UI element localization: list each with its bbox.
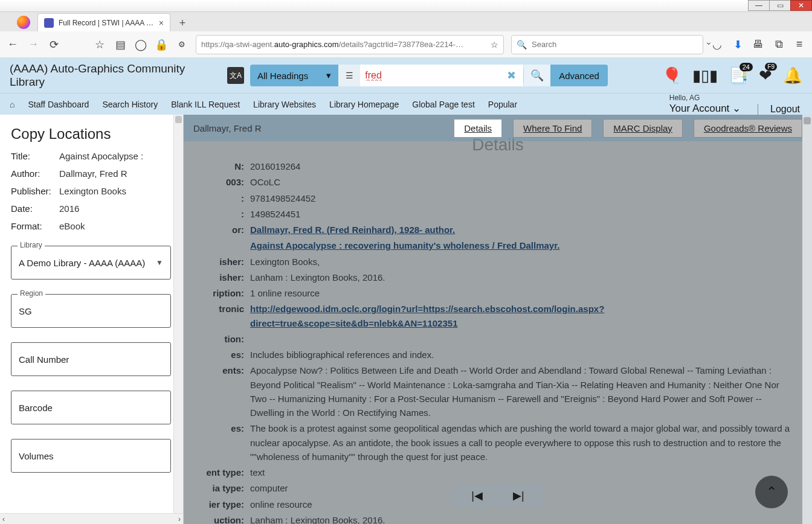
detail-value: text — [250, 465, 798, 479]
tab-details[interactable]: Details — [454, 119, 502, 138]
permissions-icon[interactable]: ⚙ — [175, 38, 188, 51]
browser-search-bar[interactable]: 🔍 — [511, 35, 703, 54]
scroll-to-top-button[interactable]: ⌃ — [755, 476, 788, 508]
window-minimize-button[interactable]: — — [748, 0, 770, 11]
browser-search-input[interactable] — [532, 40, 698, 49]
tab-where-to-find[interactable]: Where To Find — [513, 119, 592, 138]
meta-label: Publisher: — [11, 186, 59, 196]
detail-label: es: — [184, 421, 250, 464]
call-number-field[interactable]: Call Number — [11, 342, 171, 376]
window-close-button[interactable]: ✕ — [790, 0, 812, 11]
catalog-search: All Headings ☰ ✖ 🔍 Advanced — [250, 65, 608, 86]
nav-search-history[interactable]: Search History — [102, 100, 158, 109]
clear-search-button[interactable]: ✖ — [499, 65, 523, 86]
favorites-badge: F9 — [765, 63, 777, 71]
app-menu-button[interactable]: ≡ — [793, 38, 806, 51]
detail-label: ier type: — [184, 497, 250, 511]
favorites-heart-icon[interactable]: ❤F9 — [759, 66, 772, 85]
browser-tab[interactable]: Full Record | STWI | AAAA | Aut… × — [37, 13, 170, 31]
catalog-search-input[interactable] — [360, 65, 499, 86]
detail-value: OCoLC — [250, 175, 798, 189]
home-icon[interactable]: ⌂ — [10, 100, 14, 109]
meta-value: Lexington Books — [59, 186, 126, 196]
detail-value: 1498524451 — [250, 207, 798, 221]
pager-first-button[interactable]: |◀ — [471, 489, 483, 502]
downloads-icon[interactable]: ⬇ — [731, 38, 744, 51]
url-bar[interactable]: https://qa-stwi-agent.auto-graphics.com/… — [196, 35, 504, 54]
nav-blank-ill-request[interactable]: Blank ILL Request — [171, 100, 240, 109]
detail-row: Against Apocalypse : recovering humanity… — [184, 238, 798, 252]
nav-forward-button[interactable]: → — [27, 38, 40, 51]
region-field[interactable]: Region SG — [11, 294, 171, 328]
database-icon[interactable]: ☰ — [338, 65, 360, 86]
left-horizontal-scrollbar[interactable]: ‹› — [0, 513, 183, 524]
tab-goodreads-reviews[interactable]: Goodreads® Reviews — [694, 119, 802, 138]
detail-link[interactable]: Dallmayr, Fred R. (Fred Reinhard), 1928-… — [250, 225, 455, 235]
detail-row: :9781498524452 — [184, 191, 798, 205]
detail-row: tion: — [184, 332, 798, 346]
detail-value: Lexington Books, — [250, 255, 798, 269]
detail-value: The book is a protest against some geopo… — [250, 421, 798, 464]
notifications-bell-icon[interactable]: 🔔 — [783, 66, 802, 85]
nav-global-page-test[interactable]: Global Page test — [412, 100, 475, 109]
detail-row: es:Includes bibliographical references a… — [184, 348, 798, 362]
account-menu[interactable]: Hello, AG Your Account ⌄ — [669, 94, 741, 115]
window-maximize-button[interactable]: ▭ — [769, 0, 791, 11]
print-icon[interactable]: 🖶 — [752, 38, 765, 51]
advanced-search-button[interactable]: Advanced — [550, 65, 608, 86]
url-text: https://qa-stwi-agent.auto-graphics.com/… — [201, 40, 463, 49]
search-icon: 🔍 — [517, 40, 527, 50]
nav-staff-dashboard[interactable]: Staff Dashboard — [28, 100, 89, 109]
meta-label: Format: — [11, 221, 59, 231]
volumes-field[interactable]: Volumes — [11, 439, 171, 473]
barcode-field[interactable]: Barcode — [11, 391, 171, 424]
detail-link[interactable]: http://edgewood.idm.oclc.org/login?url=h… — [250, 304, 604, 328]
copy-locations-panel: Copy Locations Title:Against Apocalypse … — [0, 115, 184, 524]
heading-type-select[interactable]: All Headings — [250, 65, 338, 86]
reader-view-icon[interactable]: ▤ — [114, 38, 127, 51]
nav-reload-button[interactable]: ⟳ — [47, 38, 60, 51]
page-bookmark-icon[interactable]: ☆ — [491, 40, 498, 50]
browser-toolbar: ← → ⟳ ☆ ▤ ◯ 🔒 ⚙ https://qa-stwi-agent.au… — [0, 31, 812, 58]
detail-label: tion: — [184, 332, 250, 346]
shield-icon[interactable]: ◯ — [134, 38, 147, 51]
tab-marc-display[interactable]: MARC Display — [603, 119, 683, 138]
detail-link[interactable]: Against Apocalypse : recovering humanity… — [250, 240, 559, 251]
detail-row: N:2016019264 — [184, 159, 798, 173]
detail-row: ription:1 online resource — [184, 286, 798, 300]
detail-row: 003:OCoLC — [184, 175, 798, 189]
nav-popular[interactable]: Popular — [488, 100, 517, 109]
nav-back-button[interactable]: ← — [6, 38, 19, 51]
detail-row: isher:Lexington Books, — [184, 255, 798, 269]
scan-barcode-icon[interactable]: ▮▯▮ — [692, 66, 718, 85]
detail-value: http://edgewood.idm.oclc.org/login?url=h… — [250, 302, 798, 330]
detail-value: Against Apocalypse : recovering humanity… — [250, 238, 798, 252]
tab-close-button[interactable]: × — [159, 18, 164, 28]
lists-icon[interactable]: 📑24 — [729, 66, 748, 85]
left-vertical-scrollbar[interactable] — [173, 115, 183, 513]
logout-link[interactable]: Logout — [758, 104, 800, 115]
new-tab-button[interactable]: + — [174, 14, 191, 31]
search-submit-button[interactable]: 🔍 — [524, 65, 550, 86]
language-icon[interactable]: 文A — [227, 67, 244, 84]
detail-label: ia type: — [184, 481, 250, 495]
balloon-icon[interactable]: 🎈 — [662, 66, 682, 85]
detail-label: isher: — [184, 270, 250, 284]
tab-favicon-icon — [44, 18, 54, 28]
nav-library-websites[interactable]: Library Websites — [253, 100, 316, 109]
detail-label: or: — [184, 223, 250, 237]
record-details-area: Dallmayr, Fred R Details Where To Find M… — [184, 115, 812, 524]
library-select[interactable]: Library A Demo Library - AAAA (AAAA) ▼ — [11, 246, 171, 280]
field-legend: Region — [18, 289, 45, 298]
right-vertical-scrollbar[interactable] — [802, 115, 812, 524]
chevron-down-icon: ▼ — [156, 258, 163, 267]
detail-label: : — [184, 191, 250, 205]
extensions-icon[interactable]: ⧉ — [772, 38, 785, 51]
overflow-chevron-icon[interactable]: ⌄ — [702, 35, 715, 48]
detail-value: Dallmayr, Fred R. (Fred Reinhard), 1928-… — [250, 223, 798, 237]
page-content: (AAAA) Auto-Graphics Community Library 文… — [0, 58, 812, 524]
nav-library-homepage[interactable]: Library Homepage — [329, 100, 399, 109]
pager-next-button[interactable]: ▶| — [513, 489, 524, 502]
lists-count-badge: 24 — [740, 63, 753, 71]
bookmark-star-icon[interactable]: ☆ — [93, 38, 106, 51]
